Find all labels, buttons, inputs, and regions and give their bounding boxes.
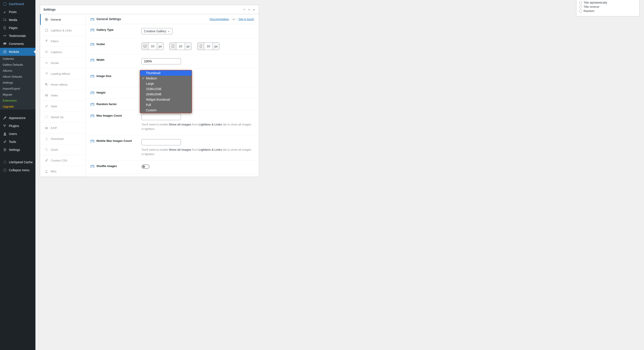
gutter-tablet[interactable]: 10 px bbox=[170, 42, 192, 50]
tab-misc[interactable]: Misc bbox=[40, 166, 86, 177]
sub-albums[interactable]: Albums bbox=[0, 68, 36, 74]
sub-migrate[interactable]: Migrate bbox=[0, 92, 36, 98]
field-width: [?]Width bbox=[86, 54, 259, 69]
separator-text: - or - bbox=[231, 17, 237, 21]
tab-label: General bbox=[51, 18, 61, 21]
move-down-icon[interactable] bbox=[248, 8, 251, 11]
option-large[interactable]: Large bbox=[140, 81, 192, 86]
tab-exif[interactable]: EXIF bbox=[40, 123, 86, 133]
tab-hover[interactable]: Hover effects bbox=[40, 79, 86, 90]
tab-customcss[interactable]: Custom CSS bbox=[40, 155, 86, 166]
image-size-dropdown: Thumbnail Medium Large 1536x1536 2048x20… bbox=[140, 70, 192, 113]
gutter-unit: px bbox=[185, 43, 191, 50]
tab-speedup[interactable]: Speed Up bbox=[40, 112, 86, 123]
nav-dashboard[interactable]: Dashboard bbox=[0, 0, 36, 8]
help-icon[interactable]: [?] bbox=[90, 102, 94, 106]
width-input[interactable] bbox=[142, 58, 181, 64]
gallery-type-select[interactable]: Creative Gallery bbox=[142, 28, 172, 34]
help-icon[interactable]: [?] bbox=[90, 139, 94, 142]
mobile-max-input[interactable] bbox=[142, 139, 181, 145]
help-icon[interactable]: [?] bbox=[90, 17, 94, 21]
plug-icon bbox=[3, 124, 7, 128]
gutter-desktop[interactable]: 10 px bbox=[142, 42, 164, 50]
dashboard-icon bbox=[3, 2, 7, 6]
nav-settings[interactable]: Settings bbox=[0, 146, 36, 154]
radio-title-reverse[interactable]: Title reverse bbox=[579, 5, 637, 9]
gutter-value: 10 bbox=[148, 43, 157, 49]
field-max-images: [?]Max Images Count You'll need to enabl… bbox=[86, 110, 259, 135]
sub-import-export[interactable]: Import/Export bbox=[0, 86, 36, 92]
sub-upgrade[interactable]: Upgrade bbox=[0, 103, 36, 109]
nav-posts[interactable]: Posts bbox=[0, 8, 36, 16]
nav-tools[interactable]: Tools bbox=[0, 138, 36, 146]
modula-icon bbox=[3, 49, 7, 54]
collapse-icon bbox=[3, 168, 7, 172]
tab-video[interactable]: Video bbox=[40, 90, 86, 101]
help-icon[interactable]: [?] bbox=[90, 58, 94, 61]
nav-collapse[interactable]: Collapse menu bbox=[0, 166, 36, 174]
nav-appearance[interactable]: Appearance bbox=[0, 114, 36, 122]
nav-plugins[interactable]: Plugins bbox=[0, 122, 36, 130]
option-custom[interactable]: Custom bbox=[140, 107, 192, 113]
tab-filters[interactable]: Filters bbox=[40, 36, 86, 47]
option-2048[interactable]: 2048x2048 bbox=[140, 92, 192, 97]
desktop-icon bbox=[142, 43, 148, 50]
help-icon[interactable]: [?] bbox=[90, 74, 94, 78]
nav-litespeed[interactable]: LiteSpeed Cache bbox=[0, 158, 36, 166]
collapse-panel-icon[interactable] bbox=[252, 8, 256, 11]
nav-testimonials[interactable]: Testimonials bbox=[0, 32, 36, 40]
help-icon[interactable]: [?] bbox=[90, 114, 94, 117]
tab-label: Filters bbox=[51, 40, 58, 43]
radio-title-alpha[interactable]: Title alphabetically bbox=[579, 0, 637, 5]
nav-users[interactable]: Users bbox=[0, 130, 36, 138]
nav-label: Tools bbox=[9, 140, 16, 144]
nav-label: Pages bbox=[9, 26, 18, 30]
paint-icon bbox=[44, 104, 48, 108]
max-images-input[interactable] bbox=[142, 114, 181, 120]
move-up-icon[interactable] bbox=[243, 8, 246, 11]
documentation-link[interactable]: Documentation bbox=[210, 17, 229, 21]
field-image-size: [?]Image Size Medium Thumbnail Medium La… bbox=[86, 69, 259, 87]
option-full[interactable]: Full bbox=[140, 102, 192, 107]
help-icon[interactable]: [?] bbox=[90, 164, 94, 168]
option-thumbnail[interactable]: Thumbnail bbox=[140, 70, 192, 76]
sub-galleries[interactable]: Galleries bbox=[0, 56, 36, 62]
nav-comments[interactable]: Comments bbox=[0, 40, 36, 48]
option-medium[interactable]: Medium bbox=[140, 76, 192, 81]
nav-modula[interactable]: Modula bbox=[0, 48, 36, 56]
sub-settings[interactable]: Settings bbox=[0, 80, 36, 86]
panel-controls bbox=[243, 8, 256, 11]
tab-social[interactable]: Social bbox=[40, 57, 86, 68]
option-1536[interactable]: 1536x1536 bbox=[140, 86, 192, 92]
sub-album-defaults[interactable]: Album Defaults bbox=[0, 74, 36, 80]
nav-label: Plugins bbox=[9, 124, 19, 128]
download-icon bbox=[44, 137, 48, 141]
svg-point-26 bbox=[46, 170, 47, 171]
radio-random[interactable]: Random bbox=[579, 9, 637, 13]
gutter-mobile[interactable]: 10 px bbox=[197, 42, 220, 50]
help-icon[interactable]: [?] bbox=[90, 91, 94, 94]
option-widget-thumb[interactable]: Widget thumbnail bbox=[140, 97, 192, 102]
tab-style[interactable]: Style bbox=[40, 101, 86, 112]
tab-download[interactable]: Download bbox=[40, 133, 86, 144]
pin-icon bbox=[3, 10, 7, 14]
tab-general[interactable]: General bbox=[40, 14, 86, 25]
tab-zoom[interactable]: Zoom bbox=[40, 144, 86, 155]
shuffle-toggle[interactable] bbox=[142, 164, 150, 169]
help-icon[interactable]: [?] bbox=[90, 28, 94, 31]
tab-lightbox[interactable]: Lightbox & Links bbox=[40, 25, 86, 36]
nav-media[interactable]: Media bbox=[0, 16, 36, 24]
filter-icon bbox=[44, 39, 48, 43]
nav-pages[interactable]: Pages bbox=[0, 24, 36, 32]
sub-extensions[interactable]: Extensions bbox=[0, 98, 36, 103]
nav-label: Dashboard bbox=[9, 2, 24, 6]
help-icon[interactable]: [?] bbox=[90, 42, 94, 46]
tab-loading[interactable]: Loading effects bbox=[40, 68, 86, 79]
sub-gallery-defaults[interactable]: Gallery Defaults bbox=[0, 62, 36, 68]
field-gutter: [?]Gutter 10 px 10 bbox=[86, 38, 259, 54]
svg-rect-18 bbox=[45, 53, 47, 53]
contact-link[interactable]: Get in touch bbox=[238, 17, 254, 21]
tab-captions[interactable]: Captions bbox=[40, 47, 86, 57]
nav-label: Modula bbox=[9, 50, 19, 53]
nav-label: Settings bbox=[9, 148, 20, 152]
